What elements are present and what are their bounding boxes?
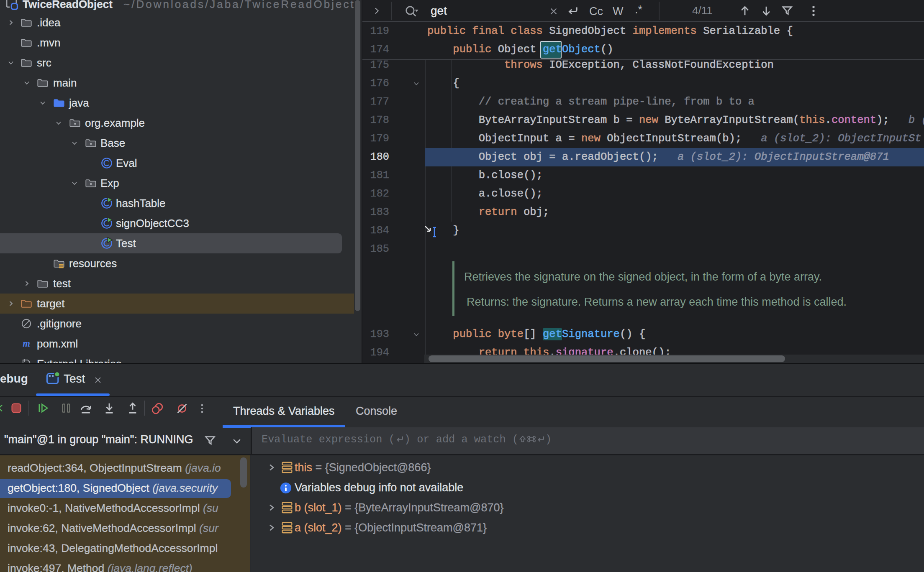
svg-text:m: m — [23, 338, 30, 349]
